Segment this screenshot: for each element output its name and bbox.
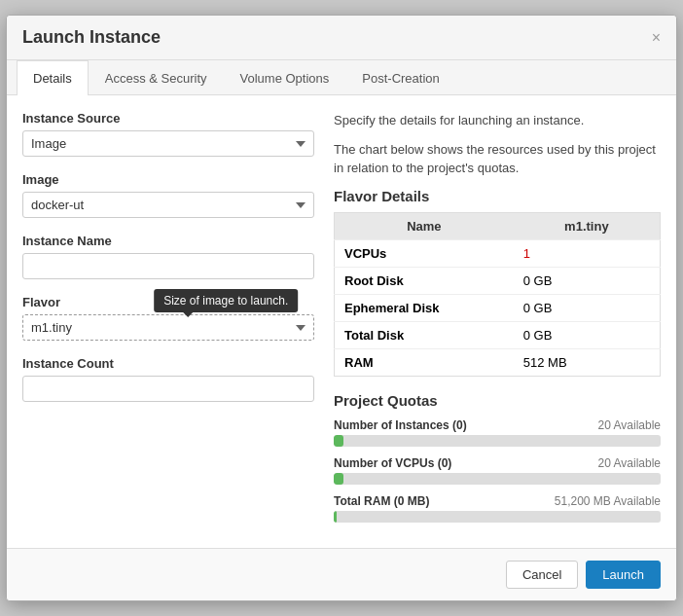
instance-source-group: Instance Source Image [22,111,314,157]
modal-body: Instance Source Image Image docker-ut In… [7,95,676,548]
flavor-select-wrapper: Size of image to launch. m1.tiny [22,314,314,341]
flavor-select[interactable]: m1.tiny [22,314,314,341]
flavor-row-label: Root Disk [335,267,514,294]
quota-item: Number of Instances (0) 20 Available [334,418,661,447]
flavor-row-label: VCPUs [335,239,514,267]
modal-header: Launch Instance × [7,16,676,60]
quota-item: Total RAM (0 MB) 51,200 MB Available [334,494,661,523]
instance-source-select[interactable]: Image [22,130,314,157]
instance-source-label: Instance Source [22,111,314,126]
tab-post-creation[interactable]: Post-Creation [345,60,455,95]
flavor-row-label: RAM [335,348,514,376]
quota-available: 20 Available [598,418,662,432]
quota-available: 20 Available [598,456,662,470]
flavor-details-table: Name m1.tiny VCPUs1Root Disk0 GBEphemera… [334,212,661,377]
flavor-row-label: Total Disk [335,321,514,348]
quota-label-row: Number of VCPUs (0) 20 Available [334,456,661,470]
description-line2: The chart below shows the resources used… [334,140,661,178]
flavor-row-value: 0 GB [514,294,661,321]
flavor-details-title: Flavor Details [334,188,661,204]
quota-bar-fill [334,511,337,523]
flavor-group: Flavor Size of image to launch. m1.tiny [22,295,314,341]
flavor-table-row: Root Disk0 GB [335,267,661,294]
tab-volume-options[interactable]: Volume Options [224,60,346,95]
description-line1: Specify the details for launching an ins… [334,111,661,130]
instance-name-input[interactable]: dockdockgoose [22,253,314,279]
quota-bar-fill [334,473,343,485]
flavor-row-value: 0 GB [514,321,661,348]
launch-button[interactable]: Launch [586,561,661,589]
flavor-table-row: Total Disk0 GB [335,321,661,348]
left-panel: Instance Source Image Image docker-ut In… [22,111,314,532]
image-group: Image docker-ut [22,172,314,218]
flavor-row-value: 0 GB [514,267,661,294]
flavor-row-label: Ephemeral Disk [335,294,514,321]
quotas-title: Project Quotas [334,392,661,409]
instance-name-label: Instance Name [22,234,314,248]
launch-instance-modal: Launch Instance × Details Access & Secur… [6,15,677,601]
cancel-button[interactable]: Cancel [506,561,578,589]
quota-available: 51,200 MB Available [555,494,661,508]
modal-title: Launch Instance [22,27,161,48]
flavor-table-row: RAM512 MB [335,348,661,376]
quota-bar-bg [334,473,661,485]
instance-count-label: Instance Count [22,356,314,371]
quota-label-row: Total RAM (0 MB) 51,200 MB Available [334,494,661,508]
quota-label-row: Number of Instances (0) 20 Available [334,418,661,432]
quota-bar-fill [334,435,343,447]
image-select[interactable]: docker-ut [22,192,314,218]
flavor-table-row: Ephemeral Disk0 GB [335,294,661,321]
instance-name-group: Instance Name dockdockgoose [22,234,314,279]
flavor-col-name: Name [335,212,514,239]
quota-label: Number of Instances (0) [334,418,467,432]
flavor-tooltip: Size of image to launch. [154,289,298,312]
image-label: Image [22,172,314,187]
tab-bar: Details Access & Security Volume Options… [7,60,676,95]
right-panel: Specify the details for launching an ins… [334,111,661,532]
instance-count-input[interactable]: 1 [22,376,314,402]
tab-details[interactable]: Details [17,60,89,95]
close-button[interactable]: × [652,29,661,47]
quota-label: Total RAM (0 MB) [334,494,429,508]
quota-bar-bg [334,435,661,447]
quota-item: Number of VCPUs (0) 20 Available [334,456,661,485]
tab-access-security[interactable]: Access & Security [89,60,224,95]
flavor-col-value: m1.tiny [514,212,661,239]
instance-count-group: Instance Count 1 [22,356,314,402]
quota-label: Number of VCPUs (0) [334,456,451,470]
flavor-table-row: VCPUs1 [335,239,661,267]
quota-bar-bg [334,511,661,523]
project-quotas-section: Project Quotas Number of Instances (0) 2… [334,392,661,523]
modal-footer: Cancel Launch [7,548,676,600]
flavor-row-value: 1 [514,239,661,267]
flavor-row-value: 512 MB [514,348,661,376]
